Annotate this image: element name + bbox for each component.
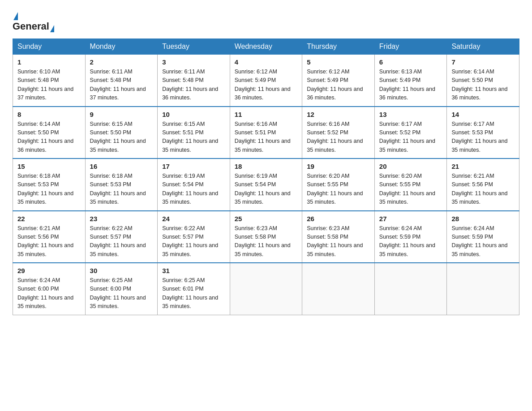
day-number: 28 [451, 215, 515, 223]
day-number: 13 [379, 111, 442, 118]
column-header-friday: Friday [374, 39, 447, 55]
day-number: 22 [17, 215, 81, 223]
day-info: Sunrise: 6:15 AMSunset: 5:51 PMDaylight:… [162, 120, 225, 155]
day-info: Sunrise: 6:25 AMSunset: 6:00 PMDaylight:… [90, 276, 153, 311]
day-number: 15 [17, 163, 81, 170]
calendar-cell: 18Sunrise: 6:19 AMSunset: 5:54 PMDayligh… [230, 158, 302, 211]
day-info: Sunrise: 6:22 AMSunset: 5:57 PMDaylight:… [90, 224, 153, 259]
day-info: Sunrise: 6:13 AMSunset: 5:49 PMDaylight:… [379, 68, 442, 103]
day-number: 21 [451, 163, 515, 170]
day-number: 23 [90, 215, 153, 223]
day-number: 4 [235, 58, 298, 66]
day-number: 29 [17, 267, 81, 274]
day-number: 25 [235, 215, 298, 223]
column-header-tuesday: Tuesday [158, 39, 230, 55]
day-number: 12 [307, 111, 370, 118]
calendar-cell: 17Sunrise: 6:19 AMSunset: 5:54 PMDayligh… [158, 158, 230, 211]
day-info: Sunrise: 6:17 AMSunset: 5:53 PMDaylight:… [451, 120, 515, 155]
page-header: General [13, 11, 519, 30]
calendar-cell: 11Sunrise: 6:16 AMSunset: 5:51 PMDayligh… [230, 107, 302, 159]
calendar-week-row: 15Sunrise: 6:18 AMSunset: 5:53 PMDayligh… [13, 158, 519, 211]
calendar-cell: 16Sunrise: 6:18 AMSunset: 5:53 PMDayligh… [85, 158, 158, 211]
day-number: 5 [307, 58, 370, 66]
day-info: Sunrise: 6:10 AMSunset: 5:48 PMDaylight:… [17, 68, 81, 103]
day-info: Sunrise: 6:14 AMSunset: 5:50 PMDaylight:… [451, 68, 515, 103]
calendar-cell: 27Sunrise: 6:24 AMSunset: 5:59 PMDayligh… [374, 211, 447, 263]
calendar-cell: 14Sunrise: 6:17 AMSunset: 5:53 PMDayligh… [447, 107, 519, 159]
column-header-monday: Monday [85, 39, 158, 55]
calendar-header-row: SundayMondayTuesdayWednesdayThursdayFrid… [13, 39, 519, 55]
day-number: 19 [307, 163, 370, 170]
calendar-cell: 29Sunrise: 6:24 AMSunset: 6:00 PMDayligh… [13, 263, 86, 315]
day-number: 6 [379, 58, 442, 66]
calendar-cell: 9Sunrise: 6:15 AMSunset: 5:50 PMDaylight… [85, 107, 158, 159]
day-info: Sunrise: 6:24 AMSunset: 5:59 PMDaylight:… [379, 224, 442, 259]
calendar-table: SundayMondayTuesdayWednesdayThursdayFrid… [13, 39, 519, 315]
day-info: Sunrise: 6:12 AMSunset: 5:49 PMDaylight:… [235, 68, 298, 103]
day-number: 7 [451, 58, 515, 66]
day-info: Sunrise: 6:21 AMSunset: 5:56 PMDaylight:… [451, 172, 515, 207]
day-number: 2 [90, 58, 153, 66]
day-number: 8 [17, 111, 81, 118]
day-info: Sunrise: 6:19 AMSunset: 5:54 PMDaylight:… [235, 172, 298, 207]
day-number: 18 [235, 163, 298, 170]
day-info: Sunrise: 6:16 AMSunset: 5:52 PMDaylight:… [307, 120, 370, 155]
day-info: Sunrise: 6:18 AMSunset: 5:53 PMDaylight:… [90, 172, 153, 207]
calendar-cell: 28Sunrise: 6:24 AMSunset: 5:59 PMDayligh… [447, 211, 519, 263]
day-info: Sunrise: 6:20 AMSunset: 5:55 PMDaylight:… [379, 172, 442, 207]
calendar-cell: 13Sunrise: 6:17 AMSunset: 5:52 PMDayligh… [374, 107, 447, 159]
calendar-cell: 24Sunrise: 6:22 AMSunset: 5:57 PMDayligh… [158, 211, 230, 263]
day-number: 16 [90, 163, 153, 170]
day-info: Sunrise: 6:23 AMSunset: 5:58 PMDaylight:… [307, 224, 370, 259]
day-info: Sunrise: 6:21 AMSunset: 5:56 PMDaylight:… [17, 224, 81, 259]
calendar-cell: 2Sunrise: 6:11 AMSunset: 5:48 PMDaylight… [85, 55, 158, 107]
day-info: Sunrise: 6:11 AMSunset: 5:48 PMDaylight:… [162, 68, 225, 103]
calendar-cell: 6Sunrise: 6:13 AMSunset: 5:49 PMDaylight… [374, 55, 447, 107]
day-info: Sunrise: 6:12 AMSunset: 5:49 PMDaylight:… [307, 68, 370, 103]
calendar-week-row: 8Sunrise: 6:14 AMSunset: 5:50 PMDaylight… [13, 107, 519, 159]
day-info: Sunrise: 6:24 AMSunset: 6:00 PMDaylight:… [17, 276, 81, 311]
day-number: 31 [162, 267, 225, 274]
calendar-cell: 4Sunrise: 6:12 AMSunset: 5:49 PMDaylight… [230, 55, 302, 107]
calendar-cell: 5Sunrise: 6:12 AMSunset: 5:49 PMDaylight… [302, 55, 375, 107]
day-number: 14 [451, 111, 515, 118]
calendar-cell: 10Sunrise: 6:15 AMSunset: 5:51 PMDayligh… [158, 107, 230, 159]
day-info: Sunrise: 6:16 AMSunset: 5:51 PMDaylight:… [235, 120, 298, 155]
day-info: Sunrise: 6:23 AMSunset: 5:58 PMDaylight:… [235, 224, 298, 259]
calendar-week-row: 22Sunrise: 6:21 AMSunset: 5:56 PMDayligh… [13, 211, 519, 263]
calendar-cell [374, 263, 447, 315]
day-number: 3 [162, 58, 225, 66]
day-info: Sunrise: 6:15 AMSunset: 5:50 PMDaylight:… [90, 120, 153, 155]
day-info: Sunrise: 6:24 AMSunset: 5:59 PMDaylight:… [451, 224, 515, 259]
calendar-week-row: 1Sunrise: 6:10 AMSunset: 5:48 PMDaylight… [13, 55, 519, 107]
day-number: 20 [379, 163, 442, 170]
calendar-cell [302, 263, 375, 315]
day-number: 26 [307, 215, 370, 223]
calendar-cell: 26Sunrise: 6:23 AMSunset: 5:58 PMDayligh… [302, 211, 375, 263]
calendar-cell: 7Sunrise: 6:14 AMSunset: 5:50 PMDaylight… [447, 55, 519, 107]
day-info: Sunrise: 6:18 AMSunset: 5:53 PMDaylight:… [17, 172, 81, 207]
day-info: Sunrise: 6:22 AMSunset: 5:57 PMDaylight:… [162, 224, 225, 259]
calendar-cell: 19Sunrise: 6:20 AMSunset: 5:55 PMDayligh… [302, 158, 375, 211]
day-info: Sunrise: 6:17 AMSunset: 5:52 PMDaylight:… [379, 120, 442, 155]
calendar-week-row: 29Sunrise: 6:24 AMSunset: 6:00 PMDayligh… [13, 263, 519, 315]
calendar-cell: 12Sunrise: 6:16 AMSunset: 5:52 PMDayligh… [302, 107, 375, 159]
logo-full-text: General [13, 21, 54, 31]
day-info: Sunrise: 6:14 AMSunset: 5:50 PMDaylight:… [17, 120, 81, 155]
calendar-cell: 3Sunrise: 6:11 AMSunset: 5:48 PMDaylight… [158, 55, 230, 107]
calendar-cell [230, 263, 302, 315]
day-number: 27 [379, 215, 442, 223]
column-header-sunday: Sunday [13, 39, 86, 55]
calendar-cell: 23Sunrise: 6:22 AMSunset: 5:57 PMDayligh… [85, 211, 158, 263]
calendar-cell: 20Sunrise: 6:20 AMSunset: 5:55 PMDayligh… [374, 158, 447, 211]
calendar-cell: 8Sunrise: 6:14 AMSunset: 5:50 PMDaylight… [13, 107, 86, 159]
day-number: 17 [162, 163, 225, 170]
day-info: Sunrise: 6:20 AMSunset: 5:55 PMDaylight:… [307, 172, 370, 207]
calendar-cell: 1Sunrise: 6:10 AMSunset: 5:48 PMDaylight… [13, 55, 86, 107]
calendar-cell: 15Sunrise: 6:18 AMSunset: 5:53 PMDayligh… [13, 158, 86, 211]
column-header-thursday: Thursday [302, 39, 375, 55]
day-number: 11 [235, 111, 298, 118]
day-info: Sunrise: 6:11 AMSunset: 5:48 PMDaylight:… [90, 68, 153, 103]
day-number: 1 [17, 58, 81, 66]
day-number: 9 [90, 111, 153, 118]
